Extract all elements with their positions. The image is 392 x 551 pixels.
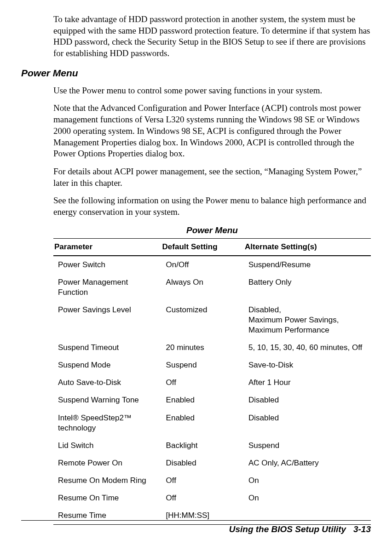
table-cell: Always On [161,274,244,301]
table-cell: Disabled [244,409,371,437]
section-heading-power-menu: Power Menu [21,68,371,79]
paragraph-4: See the following information on using t… [53,195,371,218]
paragraph-2: Note that the Advanced Configuration and… [53,103,371,159]
table-cell: Disabled [244,391,371,409]
table-header-row: Parameter Default Setting Alternate Sett… [53,238,371,256]
table-cell: Power Switch [53,256,161,274]
table-row: Intel® SpeedStep2™ technologyEnabledDisa… [53,409,371,437]
table-row: Suspend Timeout20 minutes5, 10, 15, 30, … [53,339,371,356]
table-cell: Disabled, Maximum Power Savings, Maximum… [244,301,371,339]
table-cell: Suspend Warning Tone [53,391,161,409]
table-row: Suspend Warning ToneEnabledDisabled [53,391,371,409]
table-cell: Disabled [161,454,244,472]
table-cell: Lid Switch [53,437,161,454]
table-header-parameter: Parameter [53,238,161,256]
table-cell: Battery Only [244,274,371,301]
table-cell: On [244,472,371,489]
table-cell: After 1 Hour [244,374,371,391]
table-cell: Suspend/Resume [244,256,371,274]
table-header-default: Default Setting [161,238,244,256]
table-cell: Backlight [161,437,244,454]
table-cell: 20 minutes [161,339,244,356]
table-cell: Suspend Timeout [53,339,161,356]
table-cell: Customized [161,301,244,339]
table-cell: Enabled [161,391,244,409]
table-row: Resume On TimeOffOn [53,489,371,507]
table-cell: On [244,489,371,507]
paragraph-1: Use the Power menu to control some power… [53,85,371,97]
intro-paragraph: To take advantage of HDD password protec… [53,14,371,59]
table-cell: Off [161,472,244,489]
power-menu-table: Parameter Default Setting Alternate Sett… [53,238,371,525]
table-cell: Suspend [244,437,371,454]
table-cell: Off [161,489,244,507]
table-cell: AC Only, AC/Battery [244,454,371,472]
table-cell: Off [161,374,244,391]
table-row: Power SwitchOn/OffSuspend/Resume [53,256,371,274]
table-row: Lid SwitchBacklightSuspend [53,437,371,454]
table-cell: Suspend [161,356,244,374]
table-cell: Resume On Modem Ring [53,472,161,489]
page-footer: Using the BIOS Setup Utility 3-13 [21,508,371,534]
table-cell: Suspend Mode [53,356,161,374]
table-cell: Save-to-Disk [244,356,371,374]
table-header-alternate: Alternate Setting(s) [244,238,371,256]
table-cell: Power Management Function [53,274,161,301]
table-row: Power Management FunctionAlways OnBatter… [53,274,371,301]
table-row: Suspend ModeSuspendSave-to-Disk [53,356,371,374]
table-cell: Intel® SpeedStep2™ technology [53,409,161,437]
table-row: Remote Power OnDisabledAC Only, AC/Batte… [53,454,371,472]
table-cell: Enabled [161,409,244,437]
footer-text: Using the BIOS Setup Utility 3-13 [21,521,371,534]
table-cell: 5, 10, 15, 30, 40, 60 minutes, Off [244,339,371,356]
table-cell: On/Off [161,256,244,274]
table-cell: Resume On Time [53,489,161,507]
paragraph-3: For details about ACPI power management,… [53,166,371,189]
table-row: Resume On Modem RingOffOn [53,472,371,489]
table-cell: Power Savings Level [53,301,161,339]
table-cell: Remote Power On [53,454,161,472]
table-cell: Auto Save-to-Disk [53,374,161,391]
table-row: Power Savings LevelCustomizedDisabled, M… [53,301,371,339]
table-row: Auto Save-to-DiskOffAfter 1 Hour [53,374,371,391]
table-title: Power Menu [53,225,371,235]
